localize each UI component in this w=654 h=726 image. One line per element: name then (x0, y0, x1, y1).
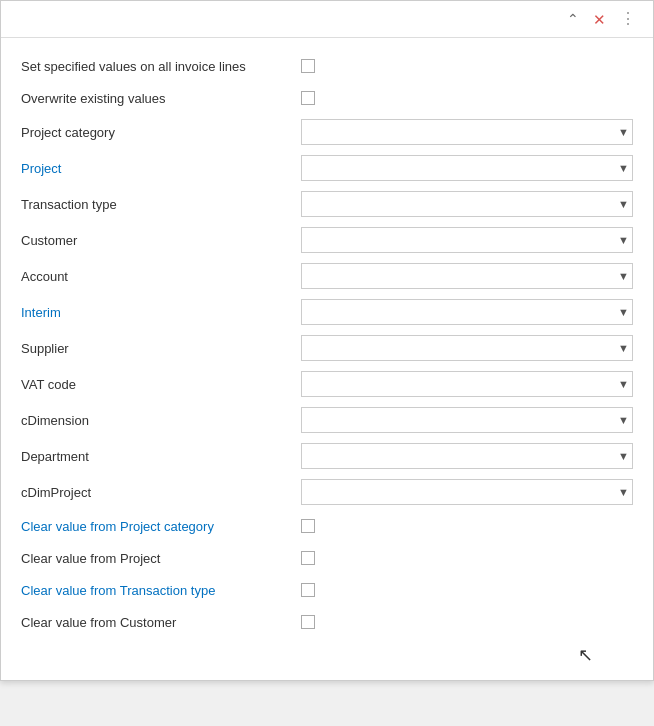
checkbox-clear-transaction-type[interactable] (301, 583, 315, 597)
checkbox-wrapper-clear-project (301, 551, 315, 565)
label-clear-project: Clear value from Project (21, 551, 301, 566)
checkbox-wrapper-overwrite (301, 91, 315, 105)
label-cdimproject: cDimProject (21, 485, 301, 500)
select-cdimension[interactable] (301, 407, 633, 433)
label-cdimension: cDimension (21, 413, 301, 428)
select-inner-department: ▼ (301, 443, 633, 469)
form-row-overwrite: Overwrite existing values (1, 82, 653, 114)
label-clear-transaction-type: Clear value from Transaction type (21, 583, 301, 598)
label-project: Project (21, 161, 301, 176)
select-project-category[interactable] (301, 119, 633, 145)
form-row-clear-transaction-type: Clear value from Transaction type (1, 574, 653, 606)
panel-header: ⌃ ✕ ⋮ (1, 1, 653, 38)
label-account: Account (21, 269, 301, 284)
select-cdimproject[interactable] (301, 479, 633, 505)
form-row-transaction-type: Transaction type▼ (1, 186, 653, 222)
label-overwrite: Overwrite existing values (21, 91, 301, 106)
checkbox-set-specified[interactable] (301, 59, 315, 73)
select-project[interactable] (301, 155, 633, 181)
select-wrapper-supplier: ▼ (301, 335, 633, 361)
checkbox-clear-project[interactable] (301, 551, 315, 565)
select-wrapper-transaction-type: ▼ (301, 191, 633, 217)
label-set-specified: Set specified values on all invoice line… (21, 59, 301, 74)
select-vat-code[interactable] (301, 371, 633, 397)
select-inner-account: ▼ (301, 263, 633, 289)
select-inner-project: ▼ (301, 155, 633, 181)
select-inner-cdimproject: ▼ (301, 479, 633, 505)
checkbox-wrapper-clear-project-category (301, 519, 315, 533)
checkbox-wrapper-clear-customer (301, 615, 315, 629)
label-vat-code: VAT code (21, 377, 301, 392)
cursor-indicator: ↖ (578, 644, 593, 666)
label-clear-customer: Clear value from Customer (21, 615, 301, 630)
select-supplier[interactable] (301, 335, 633, 361)
form-row-cdimproject: cDimProject▼ (1, 474, 653, 510)
select-wrapper-vat-code: ▼ (301, 371, 633, 397)
select-customer[interactable] (301, 227, 633, 253)
select-wrapper-cdimproject: ▼ (301, 479, 633, 505)
select-transaction-type[interactable] (301, 191, 633, 217)
select-wrapper-project: ▼ (301, 155, 633, 181)
select-inner-project-category: ▼ (301, 119, 633, 145)
form-row-cdimension: cDimension▼ (1, 402, 653, 438)
close-button[interactable]: ✕ (589, 10, 610, 29)
form-row-clear-project-category: Clear value from Project category (1, 510, 653, 542)
collapse-button[interactable]: ⌃ (563, 10, 583, 28)
form-row-customer: Customer▼ (1, 222, 653, 258)
form-row-set-specified: Set specified values on all invoice line… (1, 50, 653, 82)
checkbox-wrapper-clear-transaction-type (301, 583, 315, 597)
panel-body: Set specified values on all invoice line… (1, 38, 653, 680)
label-customer: Customer (21, 233, 301, 248)
checkbox-wrapper-set-specified (301, 59, 315, 73)
form-row-project: Project▼ (1, 150, 653, 186)
select-inner-interim: ▼ (301, 299, 633, 325)
select-wrapper-department: ▼ (301, 443, 633, 469)
checkbox-overwrite[interactable] (301, 91, 315, 105)
label-department: Department (21, 449, 301, 464)
form-row-clear-project: Clear value from Project (1, 542, 653, 574)
select-department[interactable] (301, 443, 633, 469)
form-row-account: Account▼ (1, 258, 653, 294)
form-row-vat-code: VAT code▼ (1, 366, 653, 402)
label-interim: Interim (21, 305, 301, 320)
select-inner-vat-code: ▼ (301, 371, 633, 397)
select-interim[interactable] (301, 299, 633, 325)
select-wrapper-customer: ▼ (301, 227, 633, 253)
checkbox-clear-project-category[interactable] (301, 519, 315, 533)
select-inner-supplier: ▼ (301, 335, 633, 361)
label-project-category: Project category (21, 125, 301, 140)
form-row-project-category: Project category▼ (1, 114, 653, 150)
accounting-parameters-panel: ⌃ ✕ ⋮ Set specified values on all invoic… (0, 0, 654, 681)
select-inner-customer: ▼ (301, 227, 633, 253)
checkbox-clear-customer[interactable] (301, 615, 315, 629)
select-wrapper-interim: ▼ (301, 299, 633, 325)
form-row-department: Department▼ (1, 438, 653, 474)
header-controls: ⌃ ✕ ⋮ (563, 9, 641, 29)
form-row-supplier: Supplier▼ (1, 330, 653, 366)
label-clear-project-category: Clear value from Project category (21, 519, 301, 534)
label-transaction-type: Transaction type (21, 197, 301, 212)
select-wrapper-cdimension: ▼ (301, 407, 633, 433)
select-inner-transaction-type: ▼ (301, 191, 633, 217)
form-row-clear-customer: Clear value from Customer (1, 606, 653, 638)
select-wrapper-account: ▼ (301, 263, 633, 289)
select-inner-cdimension: ▼ (301, 407, 633, 433)
label-supplier: Supplier (21, 341, 301, 356)
form-row-interim: Interim▼ (1, 294, 653, 330)
menu-button[interactable]: ⋮ (616, 9, 641, 29)
select-account[interactable] (301, 263, 633, 289)
select-wrapper-project-category: ▼ (301, 119, 633, 145)
